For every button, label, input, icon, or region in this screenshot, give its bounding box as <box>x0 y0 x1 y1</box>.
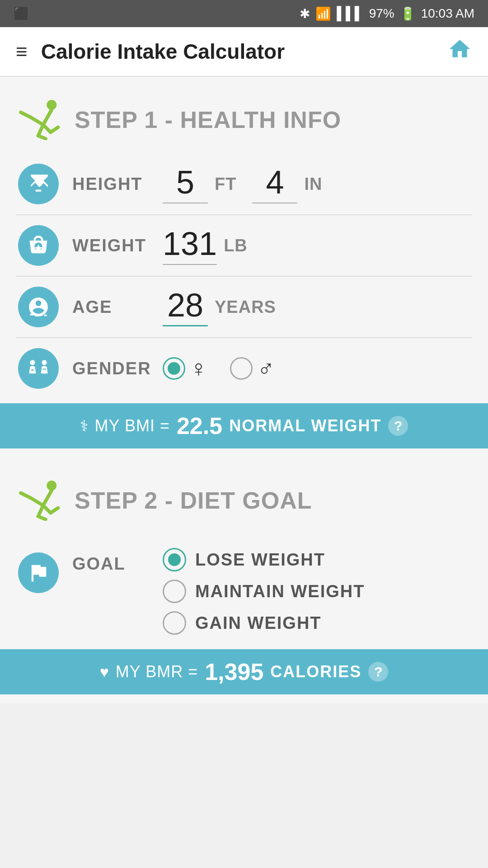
age-unit: YEARS <box>215 297 276 317</box>
goal-lose-weight[interactable]: LOSE WEIGHT <box>163 548 470 571</box>
wifi-icon: 📶 <box>315 6 331 21</box>
height-label: HEIGHT <box>72 175 163 194</box>
bmr-value: 1,395 <box>205 658 263 685</box>
gender-icon <box>18 348 59 389</box>
gender-options: ♀ ♂ <box>163 355 470 382</box>
photo-icon: ⬛ <box>14 6 29 21</box>
svg-line-20 <box>31 498 43 506</box>
runner-icon <box>16 99 66 140</box>
weight-unit: LB <box>224 236 248 255</box>
goal-maintain-weight[interactable]: MAINTAIN WEIGHT <box>163 580 470 603</box>
menu-button[interactable]: ≡ <box>16 40 28 63</box>
gender-row: GENDER ♀ ♂ <box>0 338 488 399</box>
bmi-bar: ⚕ MY BMI = 22.5 NORMAL WEIGHT ? <box>0 403 488 448</box>
height-in-value[interactable]: 4 <box>252 165 297 203</box>
step2-title: STEP 2 - DIET GOAL <box>75 487 312 514</box>
signal-icon: ▌▌▌ <box>337 6 364 21</box>
height-row: HEIGHT 5 FT 4 IN <box>0 154 488 214</box>
bmi-value: 22.5 <box>177 412 222 439</box>
svg-line-2 <box>31 118 43 125</box>
bmr-bar: ♥ MY BMR = 1,395 CALORIES ? <box>0 649 488 694</box>
height-in-unit: IN <box>304 175 322 194</box>
bluetooth-icon: ✱ <box>300 6 310 21</box>
height-icon <box>18 164 59 204</box>
svg-line-1 <box>43 110 52 125</box>
svg-rect-8 <box>30 314 33 316</box>
step1-section: STEP 1 - HEALTH INFO HEIGHT 5 FT 4 IN WE… <box>0 77 488 462</box>
gender-male-radio[interactable] <box>230 357 253 380</box>
svg-line-5 <box>38 136 46 139</box>
goal-icon <box>18 552 59 593</box>
step1-header: STEP 1 - HEALTH INFO <box>0 90 488 154</box>
battery-icon: 🔋 <box>400 6 416 21</box>
goal-options: LOSE WEIGHT MAINTAIN WEIGHT GAIN WEIGHT <box>163 548 470 635</box>
battery-percent: 97% <box>369 6 394 21</box>
gender-female-radio[interactable] <box>163 357 185 380</box>
goal-maintain-radio[interactable] <box>163 580 186 603</box>
goal-maintain-label: MAINTAIN WEIGHT <box>195 582 365 601</box>
height-inputs: 5 FT 4 IN <box>163 165 470 203</box>
bmi-prefix: MY BMI = <box>95 416 170 435</box>
stethoscope-icon: ⚕ <box>80 417 88 435</box>
goal-gain-weight[interactable]: GAIN WEIGHT <box>163 611 470 635</box>
goal-row: GOAL LOSE WEIGHT MAINTAIN WEIGHT GAIN WE… <box>0 534 488 645</box>
status-bar: ⬛ ✱ 📶 ▌▌▌ 97% 🔋 10:03 AM <box>0 0 488 27</box>
step2-header: STEP 2 - DIET GOAL <box>0 471 488 534</box>
weight-inputs: 131 LB <box>163 226 470 264</box>
app-header: ≡ Calorie Intake Calculator <box>0 27 488 77</box>
age-icon <box>18 287 59 327</box>
svg-line-19 <box>43 491 52 505</box>
weight-value[interactable]: 131 <box>163 226 217 264</box>
bmr-help-button[interactable]: ? <box>368 662 388 682</box>
gender-label: GENDER <box>72 359 163 378</box>
heartbeat-icon: ♥ <box>100 663 109 681</box>
gender-male-option[interactable]: ♂ <box>230 355 275 382</box>
page-title: Calorie Intake Calculator <box>41 39 447 64</box>
svg-point-12 <box>30 360 35 365</box>
step1-title: STEP 1 - HEALTH INFO <box>75 106 341 133</box>
weight-label: WEIGHT <box>72 236 163 255</box>
female-icon: ♀ <box>190 355 207 382</box>
svg-point-14 <box>42 360 47 365</box>
svg-line-7 <box>51 127 58 132</box>
status-right: ✱ 📶 ▌▌▌ 97% 🔋 10:03 AM <box>300 6 474 21</box>
svg-line-25 <box>51 508 58 513</box>
goal-lose-radio[interactable] <box>163 548 186 571</box>
age-row: AGE 28 YEARS <box>0 277 488 337</box>
height-ft-value[interactable]: 5 <box>163 165 208 203</box>
bmi-label: NORMAL WEIGHT <box>229 416 381 435</box>
step2-section: STEP 2 - DIET GOAL GOAL LOSE WEIGHT MAIN… <box>0 462 488 703</box>
step2-runner-icon <box>16 480 66 521</box>
bmi-help-button[interactable]: ? <box>388 416 408 436</box>
goal-lose-label: LOSE WEIGHT <box>195 550 325 570</box>
goal-gain-radio[interactable] <box>163 611 186 635</box>
svg-line-21 <box>21 493 31 498</box>
male-icon: ♂ <box>257 355 275 382</box>
svg-rect-10 <box>39 314 43 316</box>
age-value[interactable]: 28 <box>163 288 208 326</box>
height-ft-unit: FT <box>215 175 236 194</box>
svg-line-3 <box>21 113 31 118</box>
age-label: AGE <box>72 297 163 317</box>
home-button[interactable] <box>447 37 472 67</box>
gender-female-option[interactable]: ♀ <box>163 355 207 382</box>
svg-rect-9 <box>35 315 38 316</box>
svg-rect-11 <box>44 315 47 316</box>
weight-icon <box>18 225 59 266</box>
weight-row: WEIGHT 131 LB <box>0 215 488 276</box>
status-left: ⬛ <box>14 6 29 21</box>
svg-line-23 <box>38 516 46 519</box>
goal-gain-label: GAIN WEIGHT <box>195 613 322 633</box>
clock: 10:03 AM <box>421 6 474 21</box>
bmr-label: CALORIES <box>270 662 361 681</box>
bmr-prefix: MY BMR = <box>116 662 198 681</box>
age-inputs: 28 YEARS <box>163 288 470 326</box>
goal-label: GOAL <box>72 554 163 574</box>
